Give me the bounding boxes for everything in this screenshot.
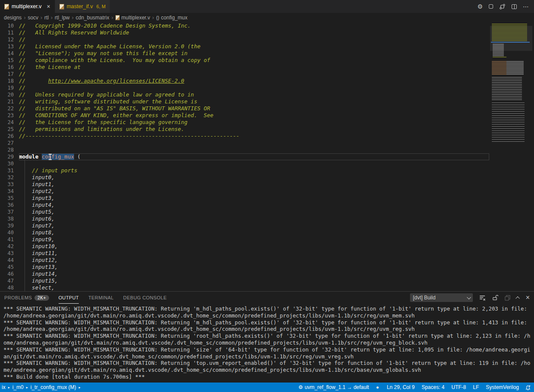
status-item[interactable]: Ln 29, Col 9 (383, 384, 418, 390)
line-content: // "License"); you may not use this file… (19, 50, 489, 57)
code-line[interactable]: 44 input12, (0, 257, 489, 264)
code-line[interactable]: 32 input0, (0, 174, 489, 181)
line-content: input5, (19, 208, 489, 215)
breadcrumb-item-rtl[interactable]: rtl (44, 15, 49, 21)
breadcrumb-label: rtl_lpw (55, 15, 70, 21)
line-content: // compliance with the License. You may … (19, 57, 489, 64)
line-number: 48 (0, 284, 19, 291)
status-scope-item[interactable]: i_tr_config_mux (M) (29, 384, 78, 390)
output-channel-select[interactable]: [dvt] Build (410, 293, 473, 302)
code-line[interactable]: 23// CONDITIONS OF ANY KIND, either expr… (0, 112, 489, 119)
code-lines: 10// Copyright 1999-2010 Cadence Design … (0, 22, 489, 291)
close-icon[interactable]: × (47, 3, 50, 9)
code-line[interactable]: 21// writing, software distributed under… (0, 98, 489, 105)
code-line[interactable]: 16// the License at (0, 64, 489, 71)
output-console[interactable]: *** SEMANTIC WARNING: WIDTH_MISMATCH_TRU… (0, 304, 534, 380)
code-line[interactable]: 14// "License"); you may not use this fi… (0, 50, 489, 57)
status-item[interactable]: SystemVerilog (482, 384, 522, 390)
code-line[interactable]: 10// Copyright 1999-2010 Cadence Design … (0, 22, 489, 29)
panel-tabs: PROBLEMS2K+OUTPUTTERMINALDEBUG CONSOLE (4, 292, 176, 304)
code-line[interactable]: 25// permissions and limitations under t… (0, 126, 489, 133)
code-line[interactable]: 33 input1, (0, 181, 489, 188)
code-line[interactable]: 36 input4, (0, 202, 489, 208)
code-line[interactable]: 30 (0, 160, 489, 167)
line-content: // writing, software distributed under t… (19, 98, 489, 105)
code-line[interactable]: 24// the License for the specific langua… (0, 119, 489, 126)
unlock-auto-scroll-icon[interactable] (492, 295, 498, 301)
code-line[interactable]: 11// All Rights Reserved Worldwide (0, 29, 489, 36)
code-line[interactable]: 34 input2, (0, 188, 489, 195)
code-line[interactable]: 31 // input ports (0, 167, 489, 174)
chevron-right-icon: › (51, 15, 53, 21)
status-item[interactable]: UTF-8 (448, 384, 469, 390)
code-line[interactable]: 37 input5, (0, 208, 489, 215)
dvt-flow-selector[interactable]: ⚙ uvm_ref_flow_1.1 → default (296, 384, 372, 390)
breadcrumb-item-multiplexer.v[interactable]: multiplexer.v (115, 15, 150, 21)
code-line[interactable]: 40 input8, (0, 229, 489, 236)
layout-square-icon[interactable] (489, 4, 493, 9)
minimap-highlight-module-line (491, 42, 530, 43)
breadcrumb-item-cdn_busmatrix[interactable]: cdn_busmatrix (76, 15, 109, 21)
code-line[interactable]: 27 (0, 140, 489, 146)
code-line[interactable]: 19// (0, 84, 489, 91)
code-line[interactable]: 28 (0, 146, 489, 153)
code-line[interactable]: 12// (0, 36, 489, 43)
line-number: 39 (0, 222, 19, 229)
line-number: 45 (0, 264, 19, 271)
code-line[interactable]: 48 select, (0, 284, 489, 291)
breadcrumb-item-designs[interactable]: designs (4, 15, 22, 21)
line-number: 47 (0, 277, 19, 284)
code-line[interactable]: 18// http://www.apache.org/licenses/LICE… (0, 78, 489, 84)
split-editor-icon[interactable] (512, 4, 517, 9)
panel-tab-output[interactable]: OUTPUT (59, 292, 79, 304)
code-line[interactable]: 43 input11, (0, 250, 489, 257)
maximize-panel-icon[interactable] (517, 296, 520, 299)
verilog-file-icon (4, 4, 9, 9)
status-circle-icon[interactable]: ● (372, 384, 383, 390)
status-scope-item[interactable]: i_m0 (11, 384, 25, 390)
line-content (19, 140, 489, 146)
code-line[interactable]: 13// Licensed under the Apache License, … (0, 43, 489, 50)
gear-icon[interactable]: ⚙ (477, 3, 483, 9)
status-item[interactable]: LF (469, 384, 482, 390)
more-actions-icon[interactable]: ⋯ (523, 3, 529, 9)
panel-tab-terminal[interactable]: TERMINAL (88, 292, 114, 304)
code-line[interactable]: 26//------------------------------------… (0, 133, 489, 140)
code-line[interactable]: 42 input10, (0, 243, 489, 250)
code-editor[interactable]: 10// Copyright 1999-2010 Cadence Design … (0, 22, 534, 291)
code-line[interactable]: 15// compliance with the License. You ma… (0, 57, 489, 64)
tab-master-if-v[interactable]: master_if.v 6, M (55, 0, 110, 13)
panel-tab-problems[interactable]: PROBLEMS2K+ (4, 292, 49, 304)
line-content: input6, (19, 215, 489, 222)
code-line[interactable]: 22// distributed on an "AS IS" BASIS, WI… (0, 105, 489, 112)
notifications-bell-icon[interactable] (525, 385, 531, 390)
panel-tab-debug-console[interactable]: DEBUG CONSOLE (123, 292, 167, 304)
code-line[interactable]: 20// Unless required by applicable law o… (0, 91, 489, 98)
code-line[interactable]: 46 input14, (0, 271, 489, 277)
status-scope-item[interactable]: ix (0, 384, 7, 390)
clear-output-icon[interactable] (479, 294, 486, 301)
code-line[interactable]: 29module config_mux ( (0, 153, 489, 160)
code-line[interactable]: 41 input9, (0, 236, 489, 243)
minimap[interactable] (490, 22, 532, 291)
close-panel-icon[interactable]: × (526, 294, 530, 302)
output-line: *** Build done [total duration 7s.700ms]… (3, 373, 531, 380)
code-line[interactable]: 38 input6, (0, 215, 489, 222)
code-line[interactable]: 45 input13, (0, 264, 489, 271)
code-line[interactable]: 39 input7, (0, 222, 489, 229)
code-line[interactable]: 17// (0, 71, 489, 78)
triangle-separator-icon: ▸ (78, 386, 81, 389)
problems-count-badge: 2K+ (34, 295, 49, 301)
chevron-right-icon: › (40, 15, 42, 21)
breadcrumb-item-config_mux[interactable]: {}config_mux (156, 15, 188, 21)
code-line[interactable]: 35 input3, (0, 195, 489, 202)
tab-multiplexer-v[interactable]: multiplexer.v × (0, 0, 55, 13)
code-line[interactable]: 47 input15, (0, 277, 489, 284)
status-bar: ix▸i_m0▸i_tr_config_mux (M)▸ ⚙ uvm_ref_f… (0, 383, 534, 392)
open-in-editor-icon[interactable] (504, 295, 511, 301)
compare-changes-icon[interactable] (499, 3, 506, 10)
line-content: // the License for the specific language… (19, 119, 489, 126)
breadcrumb-item-rtl_lpw[interactable]: rtl_lpw (55, 15, 70, 21)
status-item[interactable]: Spaces: 4 (418, 384, 448, 390)
breadcrumb-item-socv[interactable]: socv (28, 15, 38, 21)
